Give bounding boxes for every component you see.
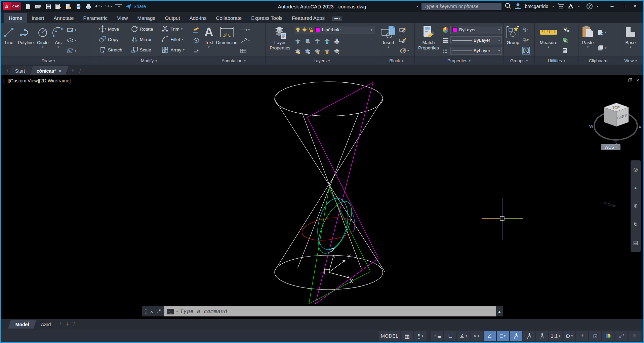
dynamic-input-button[interactable]: + <box>431 331 443 341</box>
object-snap-tracking-button[interactable]: ∠ <box>484 331 496 341</box>
maximize-button[interactable]: □ <box>618 2 629 11</box>
zoom-icon[interactable]: ⊕ <box>634 203 638 209</box>
layer-unlock-icon[interactable] <box>309 27 314 32</box>
layer-lock-button[interactable] <box>324 38 330 44</box>
command-history-button[interactable]: ▲ <box>496 306 503 316</box>
file-tab-start[interactable]: Start <box>8 66 32 75</box>
polyline-button[interactable]: Polyline <box>17 24 35 56</box>
command-input[interactable]: >_ ▾ Type a command <box>164 306 496 316</box>
panel-label-annotation[interactable]: Annotation▾ <box>202 56 265 65</box>
panel-label-view[interactable]: View▾ <box>618 56 643 65</box>
ribbon-tab-parametric[interactable]: Parametric <box>79 13 113 23</box>
annotation-autoscale-button[interactable] <box>523 331 535 341</box>
match-properties-button[interactable]: Match Properties <box>416 24 441 56</box>
help-chevron-icon[interactable]: ▾ <box>597 5 598 8</box>
select-similar-button[interactable] <box>562 37 570 44</box>
save-icon[interactable] <box>45 3 51 10</box>
explode-button[interactable] <box>192 37 200 44</box>
panel-label-modify[interactable]: Modify▾ <box>96 56 202 65</box>
ribbon-tab-output[interactable]: Output <box>160 13 185 23</box>
new-file-icon[interactable] <box>25 3 31 10</box>
open-folder-icon[interactable] <box>35 3 41 10</box>
workspace-switching-button[interactable]: ⚙▾ <box>563 331 575 341</box>
graphics-performance-button[interactable] <box>602 331 614 341</box>
create-block-button[interactable] <box>399 26 409 34</box>
panel-label-groups[interactable]: Groups▾ <box>504 56 534 65</box>
object-color-select[interactable]: ByLayer ▾ <box>450 26 502 34</box>
file-tab-close-icon[interactable]: × <box>59 68 62 74</box>
ribbon-tab-addins[interactable]: Add-ins <box>185 13 211 23</box>
line-button[interactable]: Line <box>2 24 16 56</box>
annotation-monitor-button[interactable]: + <box>576 331 588 341</box>
ribbon-tab-view[interactable]: View <box>112 13 132 23</box>
ribbon-tab-manage[interactable]: Manage <box>132 13 160 23</box>
model-space-button[interactable]: MODEL <box>379 331 400 341</box>
open-from-web-icon[interactable] <box>65 3 72 10</box>
paste-button[interactable]: Paste ▾ <box>580 24 596 56</box>
drawing-canvas[interactable]: [−][Custom View][2D Wireframe] – × <box>1 75 643 319</box>
leader-button[interactable]: ▾ <box>240 37 250 44</box>
ribbon-tab-collaborate[interactable]: Collaborate <box>211 13 246 23</box>
quick-select-button[interactable] <box>562 26 570 34</box>
ortho-mode-button[interactable]: ∟ <box>444 331 456 341</box>
move-button[interactable]: Move <box>99 25 127 33</box>
new-drawing-tab-button[interactable]: + <box>68 66 78 75</box>
user-avatar-icon[interactable] <box>515 3 521 10</box>
cut-button[interactable]: ▾ <box>597 29 607 36</box>
ribbon-tab-annotate[interactable]: Annotate <box>49 13 79 23</box>
layer-properties-button[interactable]: Layer Properties <box>267 24 293 56</box>
group-edit-button[interactable] <box>522 37 530 44</box>
layer-match-button[interactable] <box>333 48 340 55</box>
annotation-scale-button[interactable]: 1:1▾ <box>549 331 562 341</box>
define-attributes-button[interactable]: ▾ <box>399 47 409 54</box>
save-to-web-icon[interactable] <box>75 3 82 10</box>
command-prompt-icon[interactable]: >_ <box>167 309 174 314</box>
linetype-icon[interactable] <box>442 47 449 54</box>
steering-wheel-icon[interactable]: ▤ <box>633 240 638 246</box>
ribbon-display-toggle[interactable]: ▾ <box>332 16 343 21</box>
ellipse-button[interactable]: ▾ <box>67 37 76 44</box>
layer-select[interactable]: hipérbole ▾ <box>294 26 374 34</box>
polar-tracking-button[interactable]: ∡▾ <box>457 331 470 341</box>
dock-grip-handle[interactable]: ⣿ <box>145 309 148 314</box>
mirror-button[interactable]: Mirror <box>131 35 158 44</box>
layout-tab-model[interactable]: Model <box>8 320 37 329</box>
layer-make-current-button[interactable] <box>333 38 340 44</box>
isodraft-button[interactable]: ⌖▾ <box>471 331 483 341</box>
panel-label-properties[interactable]: Properties▾ <box>415 56 503 65</box>
panel-label-clipboard[interactable]: Clipboard <box>578 56 618 65</box>
offset-button[interactable] <box>192 47 200 54</box>
insert-button[interactable]: Insert ▾ <box>379 24 398 56</box>
minimize-button[interactable]: – <box>607 2 617 11</box>
linear-dimension-button[interactable]: ▾ <box>240 26 250 34</box>
ribbon-tab-home[interactable]: Home <box>4 13 27 23</box>
measure-button[interactable]: Measure ▾ <box>536 24 561 56</box>
annotation-visibility-button[interactable] <box>510 331 522 341</box>
undo-icon[interactable]: ↶▾ <box>95 3 102 10</box>
layer-on-all-button[interactable] <box>294 48 301 55</box>
group-selection-toggle[interactable] <box>522 47 530 54</box>
copy-button[interactable]: Copy <box>99 35 127 44</box>
layer-thaw-all-button[interactable] <box>304 48 311 55</box>
scale-button[interactable]: Scale <box>131 45 158 54</box>
group-button[interactable]: Group <box>505 24 521 56</box>
trim-button[interactable]: Trim▾ <box>161 25 190 33</box>
hatch-button[interactable]: ▾ <box>67 47 76 54</box>
layer-isolate-button[interactable] <box>304 38 311 44</box>
user-menu-chevron-icon[interactable]: ▾ <box>552 5 554 8</box>
circle-button[interactable]: Circle ▾ <box>35 24 50 56</box>
navigation-wheel-icon[interactable]: ◎ <box>633 166 638 173</box>
ribbon-tab-insert[interactable]: Insert <box>27 13 49 23</box>
layer-on-bulb-icon[interactable] <box>296 27 300 32</box>
layer-thaw-sun-icon[interactable] <box>302 27 307 32</box>
share-button[interactable]: Share <box>125 4 146 9</box>
store-cart-icon[interactable] <box>557 3 564 10</box>
command-customize-wrench-icon[interactable] <box>156 308 161 315</box>
autodesk-logo-icon[interactable] <box>567 3 574 10</box>
wcs-button[interactable]: WCS ▾ <box>601 144 620 150</box>
annotation-scale-person-button[interactable] <box>536 331 548 341</box>
user-name[interactable]: bmcgarrido <box>525 4 548 9</box>
snap-mode-button[interactable]: ⣿▾ <box>414 331 427 341</box>
grid-display-button[interactable]: ▦ <box>401 331 413 341</box>
orbit-icon[interactable]: ↻ <box>634 221 638 227</box>
